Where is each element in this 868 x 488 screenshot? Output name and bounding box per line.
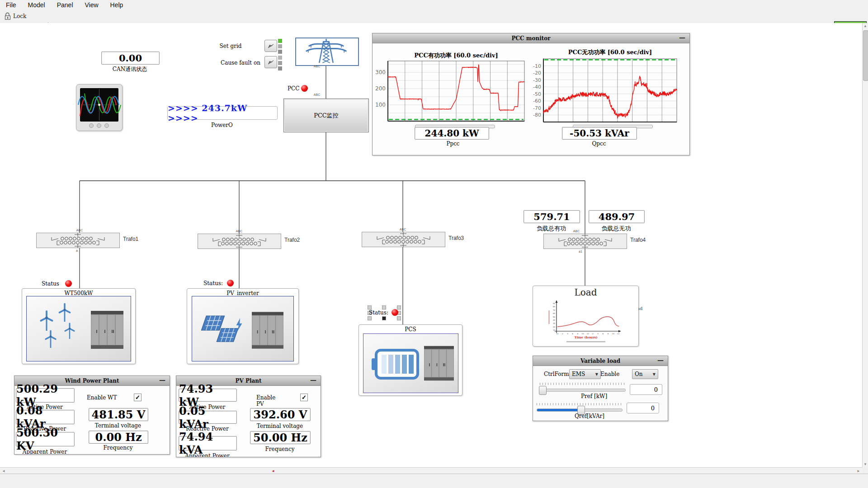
svg-text:10: 10: [553, 329, 556, 331]
svg-text:60: 60: [553, 312, 556, 314]
trafo1-phase-bottom: a: [72, 249, 81, 252]
pv-apparent-power-display: 74.94 kVA: [179, 436, 237, 450]
trafo3-icon[interactable]: [362, 232, 445, 247]
load-title: Load: [533, 287, 638, 298]
wind-enable-label: Enable WT: [87, 394, 118, 401]
grid-source-box[interactable]: [295, 38, 359, 66]
menu-help[interactable]: Help: [104, 1, 129, 9]
pcc-monitor-title: PCC monitor: [511, 35, 550, 42]
pv-plant-image: [192, 296, 294, 361]
scroll-marker-icon[interactable]: ◄: [271, 469, 275, 473]
chevron-down-icon: ▼: [595, 372, 598, 376]
trafo1-icon[interactable]: [36, 233, 120, 248]
svg-text:4: 4: [597, 333, 599, 335]
enable-label: Enable: [600, 371, 619, 377]
trafo4-phase-top: ABC: [568, 230, 585, 233]
scrollbar-thumb[interactable]: [863, 30, 868, 81]
wt-plant-box[interactable]: WT500kW: [22, 288, 136, 364]
selection-handle[interactable]: [397, 305, 401, 310]
pref-slider-handle[interactable]: [539, 386, 547, 395]
trafo3-phase-top: ABC: [394, 228, 411, 231]
pv-enable-checkbox[interactable]: ✓: [300, 394, 308, 401]
pcc-point-label: PCC: [288, 85, 299, 92]
set-grid-label: Set grid: [212, 43, 249, 49]
pcs-box[interactable]: PCS: [359, 324, 462, 396]
selection-handle[interactable]: [382, 316, 386, 320]
inverter-cabinet-icon: [252, 312, 283, 349]
lock-button[interactable]: Lock: [2, 11, 29, 21]
selection-handle[interactable]: [368, 305, 372, 310]
pcs-status-led: [392, 309, 398, 316]
status-bar: TSO WER EXC CIO SLD AO DTV PSU 00:00:17:…: [0, 474, 868, 488]
horizontal-scrollbar[interactable]: ◄ ◄ ►: [0, 467, 862, 474]
selection-handle[interactable]: [382, 305, 386, 310]
pv-plant-title: PV_inverter: [187, 290, 298, 296]
pv-reactive-power-display: 0.05 kVAr: [179, 411, 237, 424]
pcc-phase-label: ABC: [310, 93, 324, 96]
ctrlform-dropdown[interactable]: EMS ▼: [569, 369, 601, 379]
minimize-icon[interactable]: —: [679, 34, 685, 41]
check-icon: ✓: [302, 394, 307, 401]
pcc-status-led: [301, 85, 308, 92]
selection-handle[interactable]: [397, 316, 401, 320]
svg-text:80: 80: [553, 305, 556, 308]
wind-apparent-power-label: Apparent Power: [16, 449, 74, 455]
svg-text:200: 200: [375, 85, 386, 92]
qref-value-input[interactable]: 0: [627, 403, 659, 413]
menu-file[interactable]: File: [0, 1, 22, 9]
minimize-icon[interactable]: —: [657, 357, 664, 364]
active-power-chart-title: PCC有功功率 [60.0 sec/div]: [388, 52, 524, 60]
pref-label: Pref [kW]: [569, 393, 619, 399]
pcc-monitor-button[interactable]: PCC监控: [283, 99, 369, 132]
cause-fault-button[interactable]: [264, 56, 277, 68]
svg-text:40: 40: [553, 319, 556, 321]
trigger-arrow-icon: [268, 43, 274, 49]
qref-label: Qref[kVAr]: [565, 413, 614, 419]
load-chart-xlabel: Time (hours): [574, 335, 597, 339]
can-status-display: 0.00: [101, 52, 160, 65]
pref-slider-track[interactable]: [540, 389, 626, 392]
menu-view[interactable]: View: [79, 1, 104, 9]
svg-text:12: 12: [556, 333, 559, 335]
scroll-right-icon[interactable]: ►: [857, 469, 860, 473]
set-grid-button[interactable]: [264, 40, 277, 52]
minimize-icon[interactable]: —: [310, 376, 316, 384]
pv-status-label: Status:: [203, 280, 223, 286]
svg-text:-20: -20: [533, 70, 541, 76]
variable-load-titlebar[interactable]: Variable load —: [533, 356, 668, 366]
scroll-down-icon[interactable]: ▼: [863, 462, 867, 466]
svg-text:8: 8: [608, 333, 609, 335]
selection-handle[interactable]: [368, 316, 372, 320]
svg-text:90: 90: [553, 302, 556, 305]
scroll-up-icon[interactable]: ▲: [863, 24, 867, 28]
load-box[interactable]: Load Time (hours) 9080706050403020101224…: [533, 286, 639, 347]
variable-load-panel: Variable load — CtrlForm EMS ▼ Enable On…: [533, 356, 668, 421]
pcc-monitor-titlebar[interactable]: PCC monitor —: [373, 33, 689, 43]
trafo2-phase-top: ABC: [231, 230, 248, 233]
vertical-scrollbar[interactable]: ▲ ▼: [862, 23, 868, 467]
enable-dropdown[interactable]: On ▼: [632, 369, 658, 379]
svg-text:6: 6: [572, 333, 573, 335]
set-grid-indicator-1: [278, 39, 282, 43]
ppcc-label: Ppcc: [437, 141, 469, 147]
trafo2-icon[interactable]: [198, 234, 281, 249]
cause-fault-label: Cause fault on: [216, 60, 265, 66]
trafo4-icon[interactable]: [543, 234, 627, 249]
pv-apparent-power-label: Apparent Power: [179, 453, 236, 457]
minimize-icon[interactable]: —: [159, 376, 165, 384]
wind-apparent-power-display: 500.30 KV: [16, 432, 75, 446]
wind-enable-checkbox[interactable]: ✓: [134, 394, 142, 401]
pv-plant-box[interactable]: PV_inverter: [187, 288, 299, 364]
svg-text:300: 300: [375, 69, 386, 75]
pref-value-input[interactable]: 0: [630, 384, 662, 395]
scroll-left-icon[interactable]: ◄: [2, 469, 5, 473]
wt-plant-title: WT500kW: [22, 290, 135, 296]
pcs-status-label: Status:: [369, 310, 388, 316]
menu-panel[interactable]: Panel: [51, 1, 79, 9]
trafo4-label: Trafo4: [630, 237, 646, 243]
pv-panel-title: PV Plant: [235, 378, 261, 384]
pv-enable-label: Enable PV: [256, 394, 283, 407]
svg-text:70: 70: [553, 309, 556, 311]
ctrlform-label: CtrlForm: [544, 371, 569, 377]
menu-model[interactable]: Model: [22, 1, 51, 9]
